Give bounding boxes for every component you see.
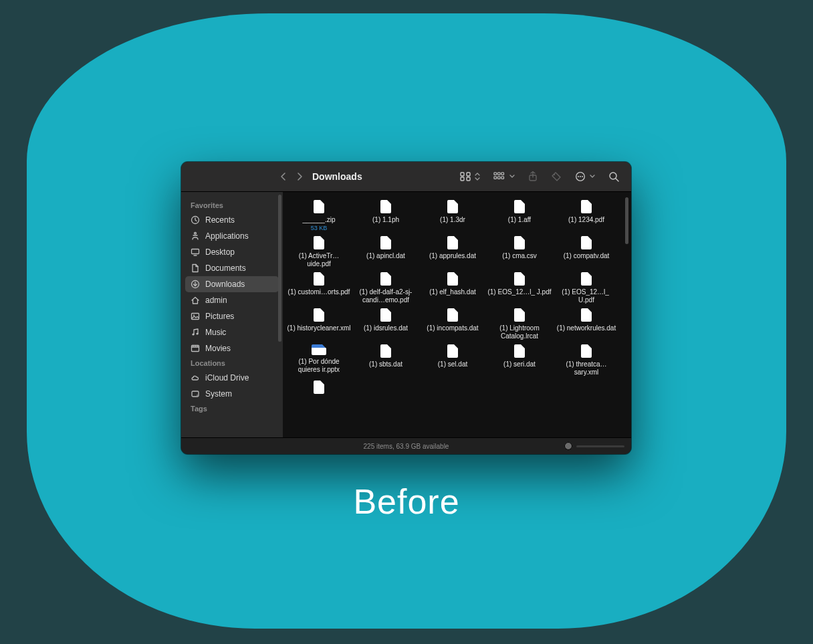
group-by-button[interactable]: [493, 172, 515, 181]
file-item[interactable]: (1) apprules.dat: [419, 232, 486, 268]
status-bar: 225 items, 63.9 GB available: [181, 437, 631, 454]
sidebar-section-label: Locations: [185, 356, 279, 370]
file-item[interactable]: (1) apincl.dat: [352, 232, 419, 268]
svg-rect-9: [501, 177, 504, 179]
chevron-down-icon: [509, 173, 515, 180]
file-icon: [581, 308, 592, 322]
svg-rect-5: [498, 173, 501, 175]
share-button[interactable]: [528, 171, 538, 182]
file-item[interactable]: (1) 1.1ph: [352, 196, 419, 232]
sidebar-item-admin[interactable]: admin: [185, 292, 279, 308]
svg-rect-20: [192, 314, 199, 320]
sidebar-item-system[interactable]: System: [185, 386, 279, 402]
file-item[interactable]: (1) threatca…sary.xml: [553, 340, 620, 377]
sidebar-item-applications[interactable]: Applications: [185, 228, 279, 244]
nav-forward-button[interactable]: [296, 172, 303, 181]
file-name: (1) 1.aff: [508, 216, 531, 224]
window-title: Downloads: [312, 171, 362, 182]
svg-point-22: [192, 333, 194, 335]
file-icon: [314, 308, 324, 322]
file-item[interactable]: (1) compatv.dat: [553, 232, 620, 268]
sidebar-item-label: Applications: [205, 231, 249, 241]
sidebar-item-icloud-drive[interactable]: iCloud Drive: [185, 370, 279, 386]
content-scrollbar[interactable]: [625, 197, 628, 244]
svg-rect-18: [192, 249, 199, 254]
actions-button[interactable]: [575, 171, 595, 182]
svg-rect-2: [461, 177, 464, 181]
sidebar-item-recents[interactable]: Recents: [185, 212, 279, 228]
file-item[interactable]: (1) networkrules.dat: [553, 304, 620, 340]
file-item[interactable]: [285, 377, 352, 397]
file-icon: [380, 200, 391, 213]
doc-icon: [191, 263, 200, 273]
file-item[interactable]: (1) historycleaner.xml: [285, 304, 352, 340]
chevron-down-icon: [590, 173, 595, 180]
file-item[interactable]: (1) incompats.dat: [419, 304, 486, 340]
sidebar-item-movies[interactable]: Movies: [185, 340, 279, 356]
file-icon: [514, 200, 525, 213]
file-item[interactable]: (1) cma.csv: [486, 232, 553, 268]
file-item[interactable]: (1) delf-dalf-a2-sj-candi…emo.pdf: [352, 268, 419, 304]
file-item[interactable]: (1) EOS_12…l_ U.pdf: [553, 268, 620, 304]
file-icon: [514, 272, 525, 286]
file-icon: [581, 344, 592, 358]
file-item[interactable]: (1) EOS_12…l_ J.pdf: [486, 268, 553, 304]
file-icon: [314, 272, 324, 286]
sidebar-item-label: Pictures: [205, 311, 234, 322]
sidebar-item-downloads[interactable]: Downloads: [185, 276, 279, 292]
sidebar-item-label: Music: [205, 327, 226, 338]
view-icons-button[interactable]: [460, 172, 480, 181]
file-name: (1) apincl.dat: [366, 252, 405, 260]
file-grid[interactable]: ______.zip53 KB(1) 1.1ph(1) 1.3dr(1) 1.a…: [283, 192, 631, 437]
file-name: (1) Lightroom Catalog.lrcat: [487, 324, 552, 340]
svg-rect-25: [192, 391, 199, 397]
file-size: 53 KB: [311, 225, 328, 232]
file-icon: [380, 272, 391, 286]
file-name: (1) cma.csv: [502, 252, 537, 260]
sidebar-scrollbar[interactable]: [278, 195, 281, 342]
file-item[interactable]: (1) sbts.dat: [352, 340, 419, 377]
file-name: (1) sbts.dat: [369, 360, 402, 368]
sidebar-item-documents[interactable]: Documents: [185, 260, 279, 276]
disk-icon: [191, 389, 200, 399]
icon-size-slider[interactable]: [564, 442, 624, 450]
file-name: (1) seri.dat: [503, 360, 536, 368]
sidebar-item-pictures[interactable]: Pictures: [185, 308, 279, 324]
file-item[interactable]: (1) Por dónde quieres ir.pptx: [285, 340, 352, 377]
file-name: (1) 1.3dr: [440, 216, 465, 224]
tags-button[interactable]: [551, 171, 562, 182]
file-item[interactable]: (1) 1.3dr: [419, 196, 486, 232]
file-item[interactable]: (1) seri.dat: [486, 340, 553, 377]
file-item[interactable]: (1) idsrules.dat: [352, 304, 419, 340]
sidebar-section-label: Tags: [185, 402, 279, 415]
sidebar-item-label: Recents: [205, 215, 235, 225]
file-item[interactable]: (1) elf_hash.dat: [419, 268, 486, 304]
music-icon: [191, 328, 200, 337]
file-icon: [447, 236, 458, 249]
svg-point-15: [582, 176, 583, 177]
file-item[interactable]: (1) Lightroom Catalog.lrcat: [486, 304, 553, 340]
sidebar-item-music[interactable]: Music: [185, 324, 279, 340]
file-item[interactable]: (1) 1.aff: [486, 196, 553, 232]
file-name: (1) networkrules.dat: [557, 324, 616, 332]
file-item[interactable]: (1) 1234.pdf: [553, 196, 620, 232]
svg-point-11: [554, 174, 555, 175]
file-icon: [447, 344, 458, 358]
file-name: (1) threatca…sary.xml: [554, 360, 618, 377]
file-name: (1) Por dónde quieres ir.pptx: [287, 358, 351, 374]
picture-icon: [191, 312, 200, 321]
file-item[interactable]: (1) sel.dat: [419, 340, 486, 377]
sidebar-item-desktop[interactable]: Desktop: [185, 244, 279, 260]
finder-window: Downloads: [181, 162, 631, 454]
sidebar-item-label: iCloud Drive: [205, 372, 249, 383]
file-item[interactable]: ______.zip53 KB: [285, 196, 352, 232]
file-item[interactable]: (1) ActiveTr…uide.pdf: [285, 232, 352, 268]
file-name: (1) historycleaner.xml: [287, 324, 350, 332]
search-button[interactable]: [608, 171, 619, 182]
file-name: (1) apprules.dat: [429, 252, 476, 260]
nav-back-button[interactable]: [280, 172, 287, 181]
file-icon: [314, 200, 324, 213]
file-name: (1) EOS_12…l_ U.pdf: [554, 288, 618, 304]
file-item[interactable]: (1) customi…orts.pdf: [285, 268, 352, 304]
file-icon: [314, 381, 324, 394]
